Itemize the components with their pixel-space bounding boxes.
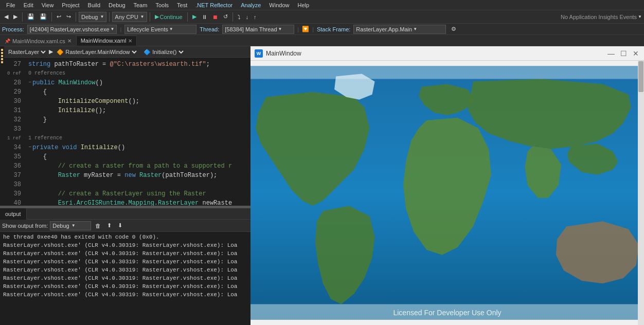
gutter-mark-1 [1,49,3,51]
main-area: RasterLayer ▶ 🔶 RasterLayer.MainWindow 🔷… [0,46,644,325]
gutter-mark-5 [1,61,3,63]
stack-label: Stack Frame: [317,26,350,32]
tab-pin-icon: 📌 [5,39,10,44]
output-scroll-bottom-button[interactable]: ⬇ [116,220,124,231]
code-breadcrumb: RasterLayer ▶ 🔶 RasterLayer.MainWindow 🔷… [4,46,251,58]
undo-button[interactable]: ↩ [55,11,63,23]
process-dropdown[interactable]: [42404] RasterLayer.vshost.exe ▼ [27,25,117,34]
sep3: | [312,26,314,32]
minimize-button[interactable]: — [607,49,615,58]
start-button[interactable]: ▶ [190,11,199,23]
cpu-arrow: ▼ [140,14,145,19]
stack-settings-button[interactable]: ⚙ [449,24,458,35]
method-select[interactable]: 🔷 Initialize() [141,48,185,56]
tab-mainwindow-xaml-cs[interactable]: 📌 MainWindow.xaml.cs ✕ [0,35,76,46]
menu-net-reflector[interactable]: .NET Reflector [191,1,237,9]
stack-filter-icon: 🔽 [302,26,309,32]
tab-close-2[interactable]: ✕ [128,38,132,44]
collapse-34[interactable]: − [28,143,31,152]
pause-button[interactable]: ⏸ [200,11,209,23]
tab-row: 📌 MainWindow.xaml.cs ✕ MainWindow.xaml ✕ [0,35,644,46]
preview-scrollbar[interactable] [638,61,644,325]
process-label: Process: [2,26,24,32]
output-section: output Show output from: Debug ▼ 🗑 ⬆ ⬇ h… [0,207,251,325]
output-line: RasterLayer.vshost.exe' (CLR v4.0.30319:… [3,282,247,291]
sep2: | [297,26,299,32]
close-button[interactable]: ✕ [632,49,640,58]
insights-arrow: ▼ [638,14,642,19]
code-line-32: } [28,115,251,124]
class-select[interactable]: 🔶 RasterLayer.MainWindow [55,48,138,56]
gutter-bar [0,46,4,206]
save-all-button[interactable]: 💾 [38,11,49,23]
menu-analyze[interactable]: Analyze [237,1,265,9]
output-tab-row: output [0,208,251,220]
cpu-dropdown[interactable]: Any CPU ▼ [112,12,147,22]
map-watermark: Licensed For Developer Use Only [393,309,501,317]
code-line-36: // create a raster from a path to a supp… [28,161,251,171]
menu-window[interactable]: Window [265,1,293,9]
menu-edit[interactable]: Edit [20,1,38,9]
thread-dropdown[interactable]: [58384] Main Thread ▼ [222,25,294,34]
menu-debug[interactable]: Debug [104,1,129,9]
continue-button[interactable]: ▶ Continue [153,11,185,23]
output-content: he thread 0xee40 has exited with code 0 … [0,232,251,325]
menu-help[interactable]: Help [293,1,313,9]
menu-file[interactable]: File [2,1,20,9]
collapse-28[interactable]: − [28,78,31,87]
menu-project[interactable]: Project [58,1,83,9]
menu-team[interactable]: Team [130,1,152,9]
code-line-34: − private void Initialize() [28,143,251,152]
output-clear-button[interactable]: 🗑 [93,220,103,231]
code-line-28: − public MainWindow() [28,78,251,87]
code-line-27: string pathToRaster = @"C:\rasters\wsiea… [28,60,251,69]
forward-button[interactable]: ▶ [11,11,20,23]
tab-mainwindow-xaml[interactable]: MainWindow.xaml ✕ [76,35,137,46]
toolbar-separator-2 [51,12,52,22]
step-over-button[interactable]: ⤵ [236,11,243,23]
save-button[interactable]: 💾 [25,11,37,23]
restart-button[interactable]: ↺ [221,11,230,23]
code-line-31: Initialize(); [28,106,251,115]
maximize-button[interactable]: ☐ [619,49,628,58]
menu-tools[interactable]: Tools [151,1,173,9]
toolbar-separator-4 [109,12,110,22]
world-map-svg [251,61,644,325]
gutter-mark-2 [1,52,3,54]
step-out-button[interactable]: ↑ [252,11,259,23]
menu-bar: File Edit View Project Build Debug Team … [0,0,644,10]
show-output-dropdown[interactable]: Debug ▼ [50,221,91,230]
code-output-panel: RasterLayer ▶ 🔶 RasterLayer.MainWindow 🔷… [0,46,251,325]
menu-test[interactable]: Test [173,1,191,9]
step-into-button[interactable]: ↓ [244,11,251,23]
code-line-40: Esri.ArcGISRuntime.Mapping.RasterLayer n… [28,198,251,206]
stop-button[interactable]: ⏹ [210,11,220,23]
preview-titlebar: W MainWindow — ☐ ✕ [251,46,644,61]
redo-button[interactable]: ↪ [64,11,73,23]
output-line: RasterLayer.vshost.exe' (CLR v4.0.30319:… [3,241,247,249]
output-line: RasterLayer.vshost.exe' (CLR v4.0.30319:… [3,274,247,282]
namespace-select[interactable]: RasterLayer [6,48,47,56]
scrollbar-thumb[interactable] [638,61,643,92]
sep1: | [120,26,121,32]
gutter-mark-3 [1,55,3,57]
code-line-39: // create a RasterLayer using the Raster [28,189,251,198]
thread-label: Thread: [200,26,219,32]
output-scroll-top-button[interactable]: ⬆ [105,220,114,231]
preview-title: MainWindow [266,50,607,57]
code-editor[interactable]: 27 0 ref 28 29 30 31 32 33 1 ref 34 35 3… [4,58,251,206]
output-tab[interactable]: output [0,208,27,220]
preview-panel: W MainWindow — ☐ ✕ [251,46,644,325]
output-line: RasterLayer.vshost.exe' (CLR v4.0.30319:… [3,266,247,274]
debug-config-dropdown[interactable]: Debug ▼ [79,12,106,22]
process-bar: Process: [42404] RasterLayer.vshost.exe … [0,24,644,35]
back-button[interactable]: ◀ [2,11,10,23]
tab-close-1[interactable]: ✕ [67,38,71,44]
lifecycle-dropdown[interactable]: Lifecycle Events ▼ [124,25,196,34]
menu-build[interactable]: Build [84,1,104,9]
line-numbers: 27 0 ref 28 29 30 31 32 33 1 ref 34 35 3… [4,58,24,206]
stack-dropdown[interactable]: RasterLayer.App.Main ▼ [353,25,446,34]
menu-view[interactable]: View [38,1,58,9]
code-line-37: Raster myRaster = new Raster(pathToRaste… [28,171,251,180]
output-toolbar: Show output from: Debug ▼ 🗑 ⬆ ⬇ [0,220,251,232]
